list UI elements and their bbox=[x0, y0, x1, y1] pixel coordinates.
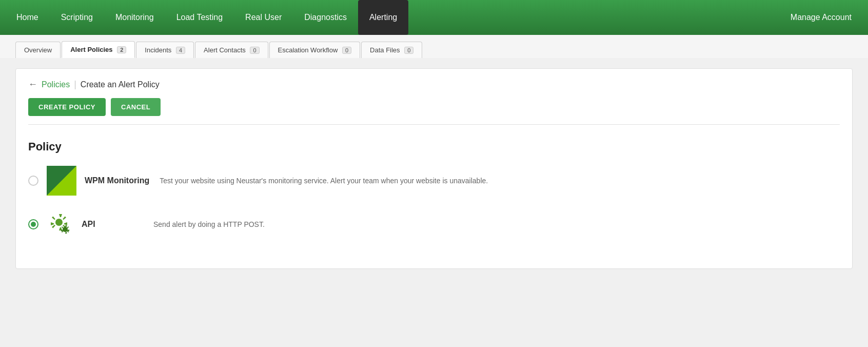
nav-load-testing[interactable]: Load Testing bbox=[165, 0, 234, 35]
back-arrow-icon: ← bbox=[28, 79, 37, 90]
policy-option-wpm: WPM Monitoring Test your website using N… bbox=[28, 166, 840, 196]
policy-section: Policy WPM Monitoring Test your website … bbox=[28, 135, 840, 258]
data-files-badge: 0 bbox=[404, 47, 413, 54]
svg-point-3 bbox=[56, 220, 62, 225]
nav-home[interactable]: Home bbox=[5, 0, 50, 35]
radio-wpm[interactable] bbox=[28, 176, 38, 186]
nav-monitoring[interactable]: Monitoring bbox=[104, 0, 165, 35]
nav-real-user[interactable]: Real User bbox=[234, 0, 293, 35]
main-nav: Home Scripting Monitoring Load Testing R… bbox=[0, 0, 868, 35]
tab-alert-contacts[interactable]: Alert Contacts 0 bbox=[195, 42, 268, 58]
tabs-bar: Overview Alert Policies 2 Incidents 4 Al… bbox=[0, 35, 868, 58]
api-option-desc: Send alert by doing a HTTP POST. bbox=[153, 220, 265, 228]
api-option-label: API bbox=[82, 220, 143, 229]
breadcrumb-separator: | bbox=[74, 79, 76, 90]
cancel-button[interactable]: CANCEL bbox=[111, 98, 161, 116]
main-content: ← Policies | Create an Alert Policy CREA… bbox=[0, 58, 868, 279]
nav-alerting[interactable]: Alerting bbox=[358, 0, 408, 35]
tab-overview[interactable]: Overview bbox=[15, 42, 61, 58]
breadcrumb-current: Create an Alert Policy bbox=[81, 80, 160, 89]
radio-api[interactable] bbox=[28, 219, 38, 229]
tab-escalation-workflow[interactable]: Escalation Workflow 0 bbox=[269, 42, 361, 58]
content-box: ← Policies | Create an Alert Policy CREA… bbox=[15, 68, 853, 269]
tab-incidents[interactable]: Incidents 4 bbox=[136, 42, 194, 58]
alert-policies-badge: 2 bbox=[117, 46, 126, 53]
button-row: CREATE POLICY CANCEL bbox=[28, 98, 840, 125]
policy-heading: Policy bbox=[28, 140, 840, 153]
svg-point-5 bbox=[64, 228, 67, 232]
tab-data-files[interactable]: Data Files 0 bbox=[361, 42, 422, 58]
wpm-option-desc: Test your website using Neustar's monito… bbox=[160, 177, 488, 185]
breadcrumb-policies-link[interactable]: Policies bbox=[42, 80, 70, 89]
nav-scripting[interactable]: Scripting bbox=[50, 0, 104, 35]
wpm-monitoring-icon bbox=[47, 166, 76, 196]
tab-alert-policies[interactable]: Alert Policies 2 bbox=[62, 41, 135, 58]
breadcrumb: ← Policies | Create an Alert Policy bbox=[28, 79, 840, 90]
nav-diagnostics[interactable]: Diagnostics bbox=[293, 0, 358, 35]
escalation-workflow-badge: 0 bbox=[342, 47, 351, 54]
incidents-badge: 4 bbox=[176, 47, 185, 54]
create-policy-button[interactable]: CREATE POLICY bbox=[28, 98, 106, 116]
wpm-option-label: WPM Monitoring bbox=[85, 176, 149, 185]
api-icon bbox=[47, 211, 73, 238]
alert-contacts-badge: 0 bbox=[250, 47, 259, 54]
nav-manage-account[interactable]: Manage Account bbox=[779, 0, 863, 35]
policy-option-api: API Send alert by doing a HTTP POST. bbox=[28, 211, 840, 238]
